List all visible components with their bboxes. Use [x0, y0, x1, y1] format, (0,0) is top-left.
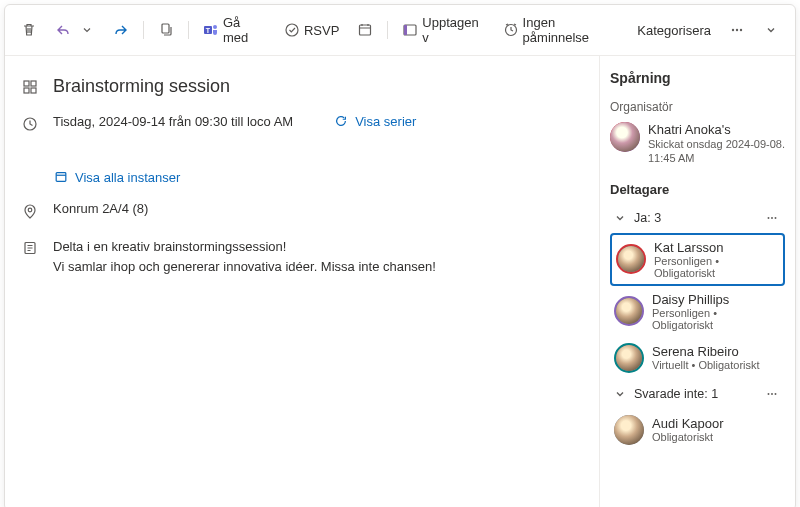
window: T Gå med RSVP Upptagen v Ingen p [4, 4, 796, 507]
reminder-button[interactable]: Ingen påminnelse [497, 11, 626, 49]
rsvp-icon [284, 22, 300, 38]
attendee-name: Daisy Phillips [652, 292, 781, 307]
body-line: Delta i en kreativ brainstormingssession… [53, 237, 436, 257]
clock-icon [21, 115, 39, 133]
separator [143, 21, 144, 39]
svg-rect-13 [31, 81, 36, 86]
reply-icon [55, 22, 71, 38]
svg-text:T: T [206, 27, 211, 34]
categorize-button[interactable]: Kategorisera [631, 19, 717, 42]
avatar [614, 343, 644, 373]
delete-button[interactable] [15, 18, 43, 42]
organizer-sent: Skickat onsdag 2024-09-08. [648, 137, 785, 151]
svg-rect-17 [56, 173, 66, 182]
svg-point-4 [286, 24, 298, 36]
show-instances-label: Visa alla instanser [75, 170, 180, 185]
location-icon [21, 203, 39, 221]
busy-icon [402, 22, 418, 38]
recurrence-icon [333, 113, 349, 129]
busy-status-button[interactable]: Upptagen v [396, 11, 490, 49]
attendee-name: Audi Kapoor [652, 416, 724, 431]
teams-icon: T [203, 22, 219, 38]
svg-point-3 [213, 25, 217, 29]
avatar [616, 244, 646, 274]
participants-heading: Deltagare [610, 182, 785, 197]
attendee-row[interactable]: Serena RibeiroVirtuellt • Obligatoriskt [610, 337, 785, 379]
forward-button[interactable] [107, 18, 135, 42]
chevron-down-icon [79, 22, 95, 38]
svg-point-21 [771, 217, 773, 219]
svg-rect-7 [404, 25, 407, 35]
event-content: Brainstorming session Tisdag, 2024-09-14… [5, 56, 599, 507]
svg-point-23 [768, 393, 770, 395]
chevron-down-icon [612, 210, 628, 226]
attendee-status: Personligen • Obligatoriskt [652, 307, 781, 331]
avatar [614, 415, 644, 445]
event-body: Delta i en kreativ brainstormingssession… [53, 237, 436, 276]
notes-icon [21, 239, 39, 257]
attendee-group-header[interactable]: Ja: 3 [610, 203, 785, 233]
attendee-name: Serena Ribeiro [652, 344, 760, 359]
separator [188, 21, 189, 39]
svg-point-9 [732, 29, 734, 31]
attendee-status: Obligatoriskt [652, 431, 724, 443]
tracking-panel: Spårning Organisatör Khatri Anoka's Skic… [599, 56, 795, 507]
event-title: Brainstorming session [53, 76, 230, 97]
calendar-action-button[interactable] [351, 18, 379, 42]
svg-rect-12 [24, 81, 29, 86]
svg-point-11 [740, 29, 742, 31]
svg-point-24 [771, 393, 773, 395]
title-row: Brainstorming session [21, 68, 583, 105]
svg-rect-15 [31, 88, 36, 93]
event-title-icon [21, 78, 39, 96]
attendee-status: Virtuellt • Obligatoriskt [652, 359, 760, 371]
location-row: Konrum 2A/4 (8) [21, 193, 583, 229]
svg-point-22 [775, 217, 777, 219]
attendee-row[interactable]: Daisy PhillipsPersonligen • Obligatorisk… [610, 286, 785, 337]
more-icon [729, 22, 745, 38]
reminder-label: Ingen påminnelse [523, 15, 620, 45]
avatar [610, 122, 640, 152]
chevron-down-icon [763, 22, 779, 38]
group-more-button[interactable] [761, 385, 783, 403]
copy-icon [158, 22, 174, 38]
forward-icon [113, 22, 129, 38]
categorize-label: Kategorisera [637, 23, 711, 38]
teams-join-button[interactable]: T Gå med [197, 11, 272, 49]
organizer-card[interactable]: Khatri Anoka's Skickat onsdag 2024-09-08… [610, 122, 785, 166]
organizer-name: Khatri Anoka's [648, 122, 785, 137]
reminder-icon [503, 22, 519, 38]
avatar [614, 296, 644, 326]
main-area: Brainstorming session Tisdag, 2024-09-14… [5, 56, 795, 507]
body-row: Delta i en kreativ brainstormingssession… [21, 229, 583, 284]
show-series-label: Visa serier [355, 114, 416, 129]
organizer-label: Organisatör [610, 100, 785, 114]
organizer-sent-time: 11:45 AM [648, 151, 785, 165]
event-time: Tisdag, 2024-09-14 från 09:30 till loco … [53, 114, 293, 129]
show-instances-link[interactable]: Visa alla instanser [53, 169, 180, 185]
tracking-heading: Spårning [610, 70, 785, 86]
more-button[interactable] [723, 18, 751, 42]
group-label: Svarade inte: 1 [634, 387, 718, 401]
svg-rect-0 [162, 24, 169, 33]
event-location: Konrum 2A/4 (8) [53, 201, 148, 216]
svg-rect-5 [360, 25, 371, 35]
attendee-row[interactable]: Kat LarssonPersonligen • Obligatoriskt [610, 233, 785, 286]
copy-button[interactable] [152, 18, 180, 42]
expand-button[interactable] [757, 18, 785, 42]
show-series-link[interactable]: Visa serier [333, 113, 416, 129]
trash-icon [21, 22, 37, 38]
toolbar: T Gå med RSVP Upptagen v Ingen p [5, 5, 795, 56]
attendee-row[interactable]: Audi KapoorObligatoriskt [610, 409, 785, 451]
busy-label: Upptagen v [422, 15, 484, 45]
time-row: Tisdag, 2024-09-14 från 09:30 till loco … [21, 105, 583, 193]
svg-point-18 [28, 208, 32, 212]
attendee-name: Kat Larsson [654, 240, 779, 255]
rsvp-button[interactable]: RSVP [278, 18, 345, 42]
reply-button[interactable] [49, 18, 101, 42]
attendee-status: Personligen • Obligatoriskt [654, 255, 779, 279]
chevron-down-icon [612, 386, 628, 402]
group-more-button[interactable] [761, 209, 783, 227]
attendee-group-header[interactable]: Svarade inte: 1 [610, 379, 785, 409]
separator [387, 21, 388, 39]
